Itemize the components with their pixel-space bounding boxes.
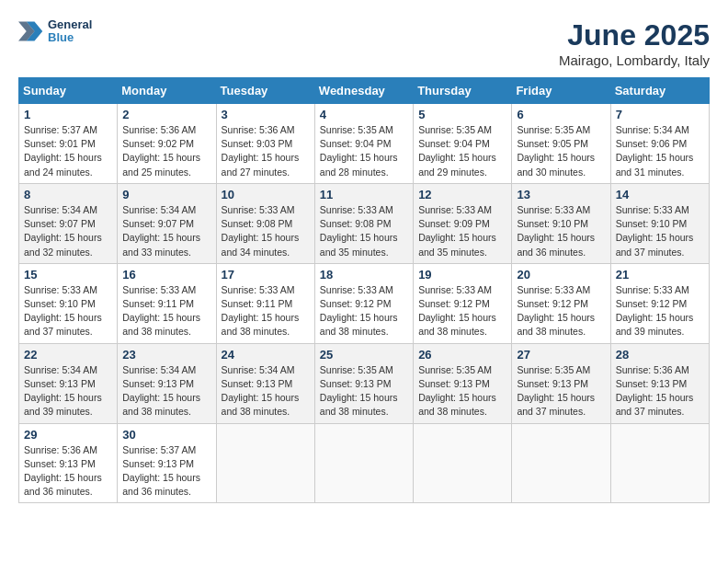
table-row: 9 Sunrise: 5:34 AM Sunset: 9:07 PM Dayli… — [118, 183, 216, 263]
day-info: Sunrise: 5:33 AM Sunset: 9:09 PM Dayligh… — [418, 203, 506, 259]
day-number: 12 — [418, 188, 506, 201]
day-number: 24 — [222, 348, 310, 362]
day-info: Sunrise: 5:33 AM Sunset: 9:12 PM Dayligh… — [320, 283, 408, 339]
day-number: 15 — [24, 268, 112, 282]
day-info: Sunrise: 5:34 AM Sunset: 9:07 PM Dayligh… — [24, 203, 112, 259]
day-info: Sunrise: 5:34 AM Sunset: 9:07 PM Dayligh… — [122, 203, 210, 259]
table-row: 28 Sunrise: 5:36 AM Sunset: 9:13 PM Dayl… — [610, 343, 709, 423]
col-friday: Friday — [512, 78, 610, 104]
day-info: Sunrise: 5:36 AM Sunset: 9:13 PM Dayligh… — [24, 443, 112, 500]
table-row: 14 Sunrise: 5:33 AM Sunset: 9:10 PM Dayl… — [610, 183, 709, 263]
calendar-week-row: 22 Sunrise: 5:34 AM Sunset: 9:13 PM Dayl… — [19, 343, 710, 423]
day-info: Sunrise: 5:33 AM Sunset: 9:12 PM Dayligh… — [517, 283, 605, 339]
day-info: Sunrise: 5:33 AM Sunset: 9:10 PM Dayligh… — [24, 283, 112, 339]
day-number: 18 — [320, 268, 408, 282]
day-number: 3 — [222, 108, 310, 121]
day-number: 27 — [517, 348, 605, 362]
table-row: 12 Sunrise: 5:33 AM Sunset: 9:09 PM Dayl… — [414, 183, 512, 263]
day-info: Sunrise: 5:33 AM Sunset: 9:12 PM Dayligh… — [616, 283, 704, 339]
day-info: Sunrise: 5:33 AM Sunset: 9:08 PM Dayligh… — [222, 203, 310, 259]
table-row: 21 Sunrise: 5:33 AM Sunset: 9:12 PM Dayl… — [610, 263, 709, 343]
day-info: Sunrise: 5:33 AM Sunset: 9:10 PM Dayligh… — [616, 203, 704, 259]
day-info: Sunrise: 5:36 AM Sunset: 9:02 PM Dayligh… — [122, 123, 210, 179]
table-row: 8 Sunrise: 5:34 AM Sunset: 9:07 PM Dayli… — [19, 183, 118, 263]
calendar-week-row: 15 Sunrise: 5:33 AM Sunset: 9:10 PM Dayl… — [19, 263, 710, 343]
day-info: Sunrise: 5:35 AM Sunset: 9:13 PM Dayligh… — [418, 363, 506, 419]
day-info: Sunrise: 5:35 AM Sunset: 9:04 PM Dayligh… — [320, 123, 408, 179]
calendar-table: Sunday Monday Tuesday Wednesday Thursday… — [18, 77, 710, 503]
day-info: Sunrise: 5:35 AM Sunset: 9:05 PM Dayligh… — [517, 123, 605, 179]
day-number: 2 — [122, 108, 210, 121]
table-row — [414, 423, 512, 503]
day-number: 6 — [517, 108, 605, 121]
day-number: 7 — [616, 108, 704, 121]
day-number: 9 — [122, 188, 210, 201]
calendar-week-row: 1 Sunrise: 5:37 AM Sunset: 9:01 PM Dayli… — [19, 104, 710, 184]
location: Mairago, Lombardy, Italy — [559, 52, 710, 68]
table-row — [314, 423, 413, 503]
month-title: June 2025 — [559, 18, 710, 52]
col-thursday: Thursday — [414, 78, 512, 104]
day-number: 1 — [24, 108, 112, 121]
table-row: 6 Sunrise: 5:35 AM Sunset: 9:05 PM Dayli… — [512, 104, 610, 184]
table-row: 17 Sunrise: 5:33 AM Sunset: 9:11 PM Dayl… — [216, 263, 314, 343]
logo-text: General Blue — [48, 18, 92, 45]
day-info: Sunrise: 5:33 AM Sunset: 9:11 PM Dayligh… — [122, 283, 210, 339]
day-info: Sunrise: 5:36 AM Sunset: 9:13 PM Dayligh… — [616, 363, 704, 419]
day-info: Sunrise: 5:34 AM Sunset: 9:06 PM Dayligh… — [616, 123, 704, 179]
table-row: 22 Sunrise: 5:34 AM Sunset: 9:13 PM Dayl… — [19, 343, 118, 423]
table-row: 10 Sunrise: 5:33 AM Sunset: 9:08 PM Dayl… — [216, 183, 314, 263]
day-info: Sunrise: 5:34 AM Sunset: 9:13 PM Dayligh… — [122, 363, 210, 419]
day-number: 21 — [616, 268, 704, 282]
day-number: 16 — [122, 268, 210, 282]
table-row: 15 Sunrise: 5:33 AM Sunset: 9:10 PM Dayl… — [19, 263, 118, 343]
day-number: 22 — [24, 348, 112, 362]
table-row: 4 Sunrise: 5:35 AM Sunset: 9:04 PM Dayli… — [314, 104, 413, 184]
table-row: 13 Sunrise: 5:33 AM Sunset: 9:10 PM Dayl… — [512, 183, 610, 263]
table-row: 16 Sunrise: 5:33 AM Sunset: 9:11 PM Dayl… — [118, 263, 216, 343]
table-row: 30 Sunrise: 5:37 AM Sunset: 9:13 PM Dayl… — [118, 423, 216, 503]
day-number: 26 — [418, 348, 506, 362]
table-row: 19 Sunrise: 5:33 AM Sunset: 9:12 PM Dayl… — [414, 263, 512, 343]
day-info: Sunrise: 5:34 AM Sunset: 9:13 PM Dayligh… — [222, 363, 310, 419]
table-row: 20 Sunrise: 5:33 AM Sunset: 9:12 PM Dayl… — [512, 263, 610, 343]
day-number: 4 — [320, 108, 408, 121]
day-info: Sunrise: 5:35 AM Sunset: 9:04 PM Dayligh… — [418, 123, 506, 179]
day-info: Sunrise: 5:36 AM Sunset: 9:03 PM Dayligh… — [222, 123, 310, 179]
day-info: Sunrise: 5:34 AM Sunset: 9:13 PM Dayligh… — [24, 363, 112, 419]
calendar-week-row: 8 Sunrise: 5:34 AM Sunset: 9:07 PM Dayli… — [19, 183, 710, 263]
day-info: Sunrise: 5:35 AM Sunset: 9:13 PM Dayligh… — [517, 363, 605, 419]
day-info: Sunrise: 5:33 AM Sunset: 9:11 PM Dayligh… — [222, 283, 310, 339]
day-number: 5 — [418, 108, 506, 121]
table-row: 18 Sunrise: 5:33 AM Sunset: 9:12 PM Dayl… — [314, 263, 413, 343]
day-number: 29 — [24, 428, 112, 442]
logo-general: General — [48, 18, 92, 31]
calendar-header-row: Sunday Monday Tuesday Wednesday Thursday… — [19, 78, 710, 104]
day-number: 17 — [222, 268, 310, 282]
day-number: 28 — [616, 348, 704, 362]
day-info: Sunrise: 5:33 AM Sunset: 9:10 PM Dayligh… — [517, 203, 605, 259]
table-row: 2 Sunrise: 5:36 AM Sunset: 9:02 PM Dayli… — [118, 104, 216, 184]
table-row: 29 Sunrise: 5:36 AM Sunset: 9:13 PM Dayl… — [19, 423, 118, 503]
day-number: 11 — [320, 188, 408, 201]
table-row: 11 Sunrise: 5:33 AM Sunset: 9:08 PM Dayl… — [314, 183, 413, 263]
logo-icon — [18, 18, 44, 44]
table-row: 23 Sunrise: 5:34 AM Sunset: 9:13 PM Dayl… — [118, 343, 216, 423]
day-number: 14 — [616, 188, 704, 201]
col-tuesday: Tuesday — [216, 78, 314, 104]
table-row — [610, 423, 709, 503]
day-number: 19 — [418, 268, 506, 282]
logo-blue: Blue — [48, 31, 92, 44]
day-info: Sunrise: 5:33 AM Sunset: 9:08 PM Dayligh… — [320, 203, 408, 259]
table-row: 27 Sunrise: 5:35 AM Sunset: 9:13 PM Dayl… — [512, 343, 610, 423]
day-number: 30 — [122, 428, 210, 442]
col-saturday: Saturday — [610, 78, 709, 104]
day-number: 10 — [222, 188, 310, 201]
table-row — [216, 423, 314, 503]
day-number: 20 — [517, 268, 605, 282]
table-row: 7 Sunrise: 5:34 AM Sunset: 9:06 PM Dayli… — [610, 104, 709, 184]
col-sunday: Sunday — [19, 78, 118, 104]
table-row: 5 Sunrise: 5:35 AM Sunset: 9:04 PM Dayli… — [414, 104, 512, 184]
logo: General Blue — [18, 18, 92, 45]
table-row: 1 Sunrise: 5:37 AM Sunset: 9:01 PM Dayli… — [19, 104, 118, 184]
